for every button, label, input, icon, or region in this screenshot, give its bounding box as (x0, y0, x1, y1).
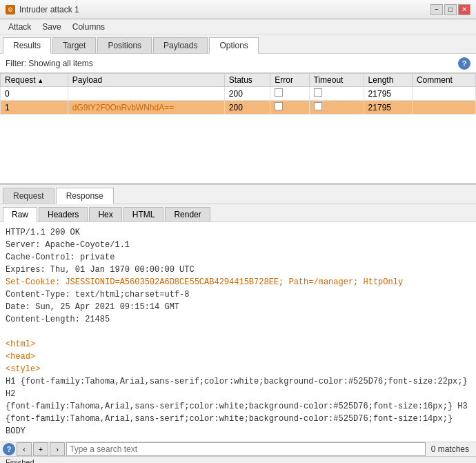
status-help-button[interactable]: ? (3, 443, 15, 455)
cell-status: 200 (224, 87, 270, 101)
response-tab-headers[interactable]: Headers (39, 207, 88, 221)
response-tab-raw[interactable]: Raw (3, 207, 37, 222)
response-tab-html[interactable]: HTML (123, 207, 164, 221)
cell-comment (412, 101, 475, 115)
response-tab-hex[interactable]: Hex (89, 207, 121, 221)
response-line: Cache-Control: private (6, 251, 470, 264)
cell-request: 1 (1, 101, 68, 115)
app-icon: ⚙ (6, 5, 15, 14)
col-comment[interactable]: Comment (412, 74, 475, 87)
maximize-button[interactable]: □ (444, 4, 457, 15)
nav-prev-button[interactable]: ‹ (17, 442, 32, 456)
col-status[interactable]: Status (224, 74, 270, 87)
response-content[interactable]: HTTP/1.1 200 OKServer: Apache-Coyote/1.1… (0, 222, 476, 442)
col-length[interactable]: Length (364, 74, 412, 87)
filter-help-button[interactable]: ? (458, 57, 470, 70)
finished-status: Finished (0, 456, 476, 463)
cell-comment (412, 87, 475, 101)
tab-options[interactable]: Options (209, 37, 258, 54)
response-line: <html> (6, 338, 470, 351)
col-timeout[interactable]: Timeout (309, 74, 364, 87)
response-tab-render[interactable]: Render (165, 207, 210, 221)
cell-length: 21795 (364, 87, 412, 101)
cell-error (270, 87, 309, 101)
col-payload[interactable]: Payload (68, 74, 224, 87)
nav-next-button[interactable]: › (50, 442, 65, 456)
filter-bar: Filter: Showing all items ? (0, 54, 476, 73)
response-line: <style> (6, 363, 470, 375)
results-table: Request Payload Status Error Timeout Len… (0, 73, 476, 184)
response-line: Date: Sun, 25 Apr 2021 09:15:14 GMT (6, 301, 470, 313)
cell-payload: dG9tY2F0OnRvbWNhdA== (68, 101, 224, 115)
main-tab-bar: Results Target Positions Payloads Option… (0, 35, 476, 54)
response-tab-bar: Raw Headers Hex HTML Render (0, 204, 476, 222)
response-line: HTTP/1.1 200 OK (6, 226, 470, 239)
cell-error (270, 101, 309, 115)
col-request[interactable]: Request (1, 74, 68, 87)
filter-text: Filter: Showing all items (6, 59, 93, 68)
sub-tab-response[interactable]: Response (56, 188, 114, 204)
table-row[interactable]: 0 200 21795 (1, 87, 476, 101)
minimize-button[interactable]: − (430, 4, 443, 15)
response-line: Set-Cookie: JSESSIONID=A5603502A6D8CE55C… (6, 276, 470, 288)
response-line: Content-Length: 21485 (6, 313, 470, 326)
response-line: Expires: Thu, 01 Jan 1970 00:00:00 UTC (6, 264, 470, 276)
cell-timeout (309, 101, 364, 115)
close-button[interactable]: ✕ (458, 4, 470, 15)
tab-results[interactable]: Results (3, 37, 51, 54)
window-title: Intruder attack 1 (19, 5, 79, 14)
menu-save[interactable]: Save (37, 21, 66, 33)
response-line: Content-Type: text/html;charset=utf-8 (6, 288, 470, 301)
cell-status: 200 (224, 101, 270, 115)
tab-positions[interactable]: Positions (97, 37, 152, 53)
response-line: {font-family:Tahoma,Arial,sans-serif;col… (6, 413, 470, 437)
response-line: {font-family:Tahoma,Arial,sans-serif;col… (6, 400, 470, 413)
menu-attack[interactable]: Attack (3, 21, 37, 33)
sub-tab-request[interactable]: Request (3, 188, 54, 204)
sub-tab-bar: Request Response (0, 185, 476, 204)
response-line (6, 326, 470, 338)
menu-bar: Attack Save Columns (0, 19, 476, 35)
match-count: 0 matches (427, 443, 473, 455)
cell-payload (68, 87, 224, 101)
title-bar: ⚙ Intruder attack 1 − □ ✕ (0, 0, 476, 19)
bottom-panel: Request Response Raw Headers Hex HTML Re… (0, 185, 476, 442)
search-input[interactable] (66, 442, 426, 456)
col-error[interactable]: Error (270, 74, 309, 87)
tab-target[interactable]: Target (52, 37, 96, 53)
menu-columns[interactable]: Columns (67, 21, 110, 33)
response-line: H1 {font-family:Tahoma,Arial,sans-serif;… (6, 375, 470, 400)
table-row[interactable]: 1 dG9tY2F0OnRvbWNhdA== 200 21795 (1, 101, 476, 115)
cell-timeout (309, 87, 364, 101)
response-line: <head> (6, 351, 470, 363)
nav-add-button[interactable]: + (33, 442, 48, 456)
cell-request: 0 (1, 87, 68, 101)
tab-payloads[interactable]: Payloads (153, 37, 208, 53)
status-bar: ? ‹ + › 0 matches (0, 442, 476, 456)
response-line: Server: Apache-Coyote/1.1 (6, 239, 470, 251)
cell-length: 21795 (364, 101, 412, 115)
